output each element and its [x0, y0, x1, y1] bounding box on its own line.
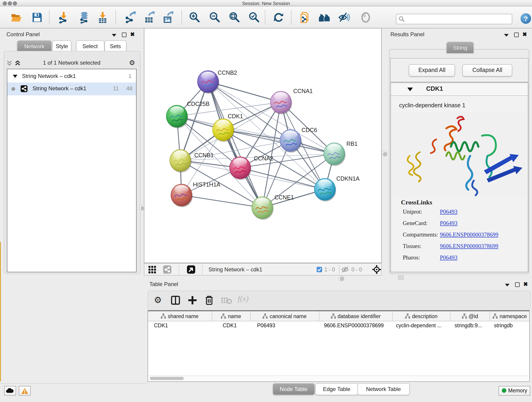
network-graph[interactable]: CCNB2CCNA1CDC25BCDK1CDC6RB1CCNB1CCNA2CDK…: [144, 28, 382, 263]
panel-float-icon[interactable]: [505, 284, 510, 287]
network-node-ccne1[interactable]: CCNE1: [252, 194, 294, 220]
crosslink-row: Compartments:9606.ENSP00000378699: [403, 231, 438, 238]
export-image-icon[interactable]: [162, 12, 174, 23]
crosslink-value-link[interactable]: 9606.ENSP00000378699: [440, 231, 498, 238]
panel-close-icon[interactable]: ✖: [523, 281, 528, 287]
expand-all-button[interactable]: Expand All: [409, 64, 455, 77]
column-header-canonicalname[interactable]: canonical name: [251, 311, 319, 321]
column-header-name[interactable]: name: [212, 311, 251, 321]
hide-selected-eye-icon[interactable]: [338, 12, 350, 23]
bottom-splitter-handle[interactable]: [339, 276, 344, 281]
panel-float-icon[interactable]: [112, 34, 116, 37]
panel-maximize-icon[interactable]: [514, 32, 519, 37]
network-options-gear-icon[interactable]: ⚙: [129, 59, 135, 67]
show-all-eye-icon[interactable]: [360, 12, 372, 23]
network-node-ccna2[interactable]: CCNA2: [230, 155, 273, 180]
table-cell: cyclin-dependent ...: [396, 323, 442, 328]
gene-name: CDK1: [426, 85, 443, 92]
node-table: shared namenamecanonical namedatabase id…: [147, 310, 530, 382]
export-network-icon[interactable]: [124, 12, 136, 23]
scrollbar-thumb[interactable]: [150, 377, 184, 380]
tab-node-table[interactable]: Node Table: [273, 383, 315, 395]
table-header: shared namenamecanonical namedatabase id…: [148, 311, 529, 321]
memory-button[interactable]: Memory: [499, 386, 530, 396]
column-type-icon: [263, 313, 268, 319]
tab-style[interactable]: Style: [52, 40, 71, 52]
import-table-icon[interactable]: [97, 12, 109, 23]
zoom-fit-icon[interactable]: [229, 12, 241, 23]
application-window: Session: New Session ? Control Panel: [0, 0, 532, 402]
column-header-databaseidentifier[interactable]: database identifier: [319, 311, 393, 321]
tab-network-table[interactable]: Network Table: [357, 383, 409, 395]
network-node-count: 11: [113, 85, 119, 92]
import-database-icon[interactable]: [78, 12, 90, 23]
section-collapse-icon[interactable]: [407, 88, 413, 91]
table-options-gear-icon[interactable]: ⚙: [154, 295, 162, 305]
fit-selection-crosshair-icon[interactable]: [372, 265, 381, 274]
refresh-icon[interactable]: [273, 12, 285, 23]
zoom-selected-icon[interactable]: [248, 12, 260, 23]
zoom-in-icon[interactable]: [189, 12, 201, 23]
left-splitter-handle[interactable]: [139, 205, 145, 211]
zoom-out-icon[interactable]: [209, 12, 221, 23]
show-columns-icon[interactable]: [171, 296, 180, 305]
network-node-ccna1[interactable]: CCNA1: [270, 88, 313, 114]
import-network-icon[interactable]: [58, 12, 70, 23]
home-networks-icon[interactable]: [318, 12, 330, 23]
open-session-icon[interactable]: [11, 12, 22, 23]
node-label: CDKN1A: [336, 175, 360, 182]
node-label: CCNB1: [194, 152, 214, 158]
column-header-namespace[interactable]: namespace: [490, 311, 530, 321]
results-scroll-grip[interactable]: [398, 275, 404, 280]
column-header-description[interactable]: description: [393, 311, 450, 321]
node-label: HIST1H1A: [193, 181, 220, 188]
tab-edge-table[interactable]: Edge Table: [315, 383, 358, 395]
selected-nodes-checkbox-icon[interactable]: [317, 267, 322, 272]
network-node-cdkn1a[interactable]: CDKN1A: [314, 175, 360, 201]
tree-expand-icon[interactable]: [13, 75, 17, 78]
network-collection-row[interactable]: String Network – cdk1 1: [7, 70, 136, 83]
gene-section-header[interactable]: CDK1: [391, 83, 528, 96]
crosslink-value-link[interactable]: P06493: [440, 254, 457, 261]
network-node-rb1[interactable]: RB1: [324, 140, 358, 166]
collapse-all-button[interactable]: Collapse All: [462, 64, 512, 77]
search-input[interactable]: [406, 15, 510, 23]
table-cell: stringdb:9...: [455, 323, 482, 328]
crosslink-value-link[interactable]: 9606.ENSP00000378699: [440, 243, 498, 250]
clone-network-icon[interactable]: [299, 12, 311, 23]
title-bar: Session: New Session: [0, 0, 532, 6]
crosslink-value-link[interactable]: P06493: [440, 209, 457, 216]
tab-string[interactable]: String: [446, 42, 474, 53]
column-header-sharedname[interactable]: shared name: [148, 311, 212, 321]
right-splitter-handle[interactable]: [382, 151, 387, 156]
panel-maximize-icon[interactable]: [122, 32, 127, 37]
network-edge: [181, 195, 262, 208]
delete-column-trash-icon[interactable]: [205, 295, 214, 305]
cloud-status-button[interactable]: [4, 386, 16, 396]
network-view-icon[interactable]: [163, 265, 171, 274]
table-toolbar: ⚙ f(x): [147, 291, 531, 310]
panel-close-icon[interactable]: ✖: [522, 31, 527, 38]
network-node-cdk1[interactable]: CDK1: [213, 113, 243, 142]
warning-status-button[interactable]: [19, 386, 31, 396]
crosslink-value-link[interactable]: P06493: [440, 220, 457, 227]
add-column-icon[interactable]: [188, 296, 197, 305]
help-icon[interactable]: ?: [520, 13, 531, 24]
table-panel-window-controls: ✖: [505, 281, 531, 288]
grid-view-icon[interactable]: [148, 266, 156, 274]
tab-select[interactable]: Select: [76, 40, 104, 52]
tab-network[interactable]: Network: [17, 40, 52, 52]
network-row-selected[interactable]: String Network – cdk1 11 48: [7, 83, 136, 95]
panel-float-icon[interactable]: [504, 34, 509, 37]
panel-close-icon[interactable]: ✖: [130, 31, 135, 38]
column-header-id[interactable]: @id: [450, 311, 490, 321]
birds-eye-view-icon[interactable]: [187, 265, 195, 274]
save-session-icon[interactable]: [31, 12, 43, 23]
export-table-icon[interactable]: [143, 12, 155, 23]
node-label: CDC6: [302, 127, 317, 133]
column-type-icon: [331, 313, 336, 319]
table-cell: 9606.ENSP00000378699: [324, 323, 384, 328]
network-node-hist1h1a[interactable]: HIST1H1A: [171, 181, 220, 207]
tab-sets[interactable]: Sets: [104, 40, 126, 52]
panel-maximize-icon[interactable]: [515, 282, 520, 287]
